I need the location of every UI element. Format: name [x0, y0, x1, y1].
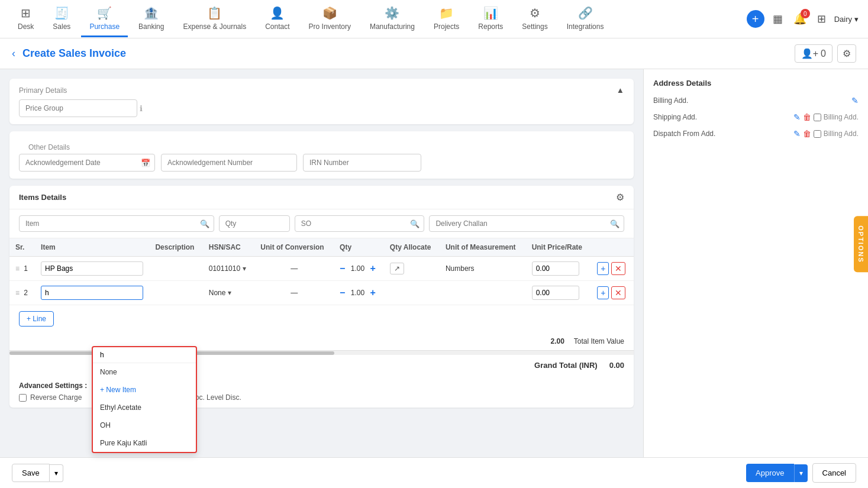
ack-date-input[interactable] — [19, 154, 155, 172]
reverse-charge-label[interactable]: Reverse Charge — [19, 393, 82, 402]
qty-filter-input[interactable] — [219, 215, 290, 232]
row1-qty-minus[interactable]: − — [340, 263, 345, 274]
row2-delete-button[interactable]: ✕ — [611, 286, 625, 299]
back-button[interactable]: ‹ — [12, 47, 15, 60]
notification-button[interactable]: 🔔 0 — [791, 10, 809, 28]
items-table-header-row: Sr. Item Description HSN/SAC Unit of Con… — [9, 238, 634, 257]
shipping-add-edit-button[interactable]: ✎ — [793, 112, 801, 122]
row1-sr: 1 — [24, 264, 28, 273]
grid-icon-button[interactable]: ▦ — [770, 10, 785, 28]
dropdown-item-none[interactable]: None — [93, 363, 196, 381]
row1-hsn-chevron[interactable]: ▾ — [243, 264, 246, 273]
so-input[interactable] — [295, 215, 425, 232]
col-unit-conversion: Unit of Conversion — [254, 238, 334, 257]
items-table-body: ≡ 1 01011010 ▾ — [9, 257, 634, 305]
add-line-button[interactable]: + Line — [19, 311, 54, 327]
total-qty-wrap: 2.00 — [550, 337, 564, 345]
col-unit-price: Unit Price/Rate — [526, 238, 592, 257]
nav-integrations[interactable]: 🔗 Integrations — [559, 1, 612, 37]
dispatch-add-row: Dispatch From Add. ✎ 🗑 Billing Add. — [653, 129, 859, 138]
drag-icon[interactable]: ≡ — [15, 264, 20, 273]
grand-total-label: Grand Total (INR) — [534, 361, 598, 370]
irn-number-input[interactable] — [303, 154, 421, 172]
shipping-billing-checkbox[interactable] — [814, 114, 821, 121]
drag-icon-2[interactable]: ≡ — [15, 289, 20, 297]
row2-price-input[interactable] — [532, 286, 579, 300]
shipping-billing-check-label[interactable]: Billing Add. — [814, 113, 859, 121]
dispatch-billing-check-label[interactable]: Billing Add. — [814, 130, 859, 138]
sales-icon: 🧾 — [54, 6, 69, 20]
row2-sr: 2 — [24, 289, 28, 297]
approve-dropdown-button[interactable]: ▾ — [794, 464, 808, 482]
add-button[interactable]: + — [747, 10, 764, 28]
billing-add-actions: ✎ — [851, 96, 859, 105]
doc-level-disc-text: Doc. Level Disc. — [190, 393, 241, 402]
user-menu-button[interactable]: Dairy ▾ — [834, 15, 859, 24]
dropdown-item-new[interactable]: + New Item — [93, 381, 196, 399]
options-tab[interactable]: OPTIONS — [854, 216, 868, 273]
row2-item[interactable] — [35, 281, 149, 305]
so-search-wrap: 🔍 — [295, 215, 425, 232]
nav-sales-label: Sales — [53, 22, 70, 31]
price-group-input[interactable] — [19, 99, 137, 117]
settings-cog-button[interactable]: ⚙ — [837, 44, 856, 63]
dispatch-add-delete-button[interactable]: 🗑 — [803, 129, 811, 138]
other-details-card: Other Details 📅 — [9, 131, 634, 179]
row2-hsn-chevron[interactable]: ▾ — [228, 289, 231, 297]
ack-number-input[interactable] — [161, 154, 297, 172]
total-item-value-label: Total Item Value — [574, 337, 624, 345]
approve-button[interactable]: Approve — [746, 464, 793, 482]
row1-delete-button[interactable]: ✕ — [611, 262, 625, 275]
primary-details-card: Primary Details ▲ ℹ — [9, 79, 634, 124]
nav-pro-inventory[interactable]: 📦 Pro Inventory — [301, 1, 359, 37]
save-dropdown-button[interactable]: ▾ — [50, 464, 63, 482]
nav-reports[interactable]: 📊 Reports — [470, 1, 511, 37]
reverse-charge-checkbox[interactable] — [19, 394, 27, 402]
dropdown-item-oh[interactable]: OH — [93, 416, 196, 434]
nav-settings[interactable]: ⚙ Settings — [514, 1, 556, 37]
nav-sales[interactable]: 🧾 Sales — [44, 1, 79, 37]
primary-toggle-button[interactable]: ▲ — [617, 86, 624, 95]
row2-qty-plus[interactable]: + — [370, 287, 375, 298]
save-button[interactable]: Save — [12, 464, 50, 482]
col-hsn: HSN/SAC — [203, 238, 255, 257]
row2-qty-value: 1.00 — [349, 289, 366, 297]
row1-qty-value: 1.00 — [349, 264, 366, 273]
row1-item-input[interactable] — [41, 261, 143, 276]
row2-item-input[interactable] — [41, 286, 143, 300]
cancel-button[interactable]: Cancel — [812, 463, 856, 483]
nav-banking[interactable]: 🏦 Banking — [130, 1, 172, 37]
item-dropdown: None + New Item Ethyl Acetate OH Pure Ka… — [92, 346, 197, 453]
nav-expense[interactable]: 📋 Expense & Journals — [175, 1, 254, 37]
dropdown-item-ethyl[interactable]: Ethyl Acetate — [93, 399, 196, 416]
dispatch-billing-checkbox[interactable] — [814, 130, 821, 138]
row1-allocate-button[interactable]: ↗ — [390, 263, 404, 274]
billing-add-edit-button[interactable]: ✎ — [851, 96, 859, 105]
row1-item[interactable] — [35, 257, 149, 281]
row1-add-button[interactable]: + — [597, 262, 609, 275]
row2-unit-conv-value: — — [291, 289, 298, 297]
nav-projects[interactable]: 📁 Projects — [425, 1, 467, 37]
dropdown-search-row — [93, 347, 196, 363]
items-settings-button[interactable]: ⚙ — [616, 192, 624, 203]
dispatch-add-edit-button[interactable]: ✎ — [793, 129, 801, 138]
nav-purchase[interactable]: 🛒 Purchase — [81, 1, 128, 37]
users-button[interactable]: 👤+ 0 — [795, 44, 832, 63]
row2-qty-minus[interactable]: − — [340, 287, 345, 298]
row1-price-input[interactable] — [532, 261, 579, 276]
nav-desk[interactable]: ⊞ Desk — [9, 1, 42, 37]
shipping-add-actions: ✎ 🗑 Billing Add. — [793, 112, 859, 122]
nav-manufacturing[interactable]: ⚙️ Manufacturing — [362, 1, 423, 37]
item-filter-input[interactable] — [19, 215, 214, 232]
top-nav: ⊞ Desk 🧾 Sales 🛒 Purchase 🏦 Banking 📋 Ex… — [0, 0, 868, 38]
other-details-title: Other Details — [19, 138, 624, 154]
layout-button[interactable]: ⊞ — [815, 10, 828, 28]
row1-qty-plus[interactable]: + — [370, 263, 375, 274]
delivery-challan-input[interactable] — [429, 215, 624, 232]
dropdown-search-input[interactable] — [98, 350, 191, 360]
nav-contact[interactable]: 👤 Contact — [257, 1, 298, 37]
row2-add-button[interactable]: + — [597, 286, 609, 299]
shipping-add-delete-button[interactable]: 🗑 — [803, 112, 811, 122]
row1-unit-measurement: Numbers — [440, 257, 526, 281]
dropdown-item-kaju[interactable]: Pure Kaju Katli — [93, 434, 196, 452]
